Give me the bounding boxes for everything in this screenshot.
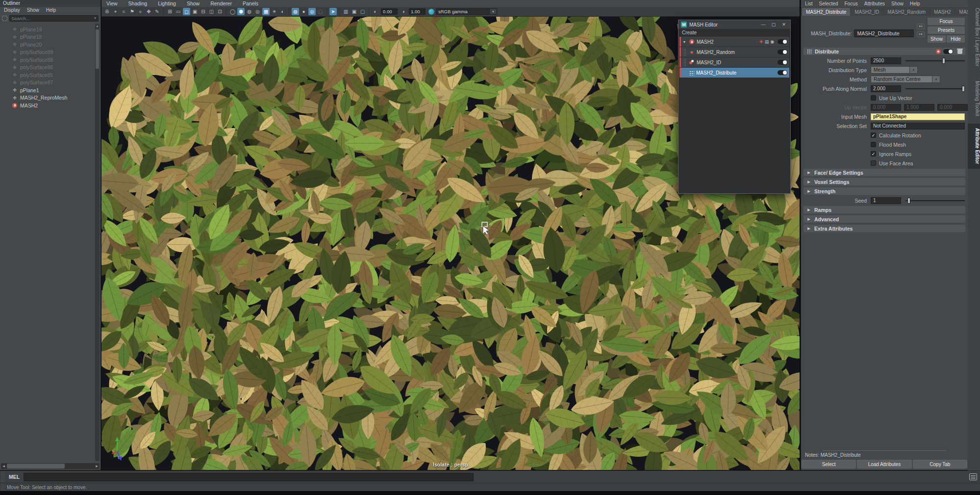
mash-node-row[interactable]: ★ MASH2_Random (679, 47, 789, 57)
strength-section[interactable]: ▶ Strength (804, 187, 965, 195)
ssao-icon[interactable]: ◍ (292, 8, 299, 15)
push-along-normal-field[interactable]: 2.000 (871, 85, 901, 92)
tab-mash2[interactable]: MASH2 (930, 8, 955, 16)
advanced-section[interactable]: ▶ Advanced (804, 215, 965, 223)
push-along-normal-slider[interactable] (905, 88, 965, 89)
dropdown-arrow-icon[interactable]: ▼ (910, 66, 918, 74)
exposure-icon[interactable]: ◐ (372, 8, 379, 15)
bookmarks-icon[interactable]: ⚑ (128, 8, 136, 15)
add-node-icon[interactable]: ✚ (759, 39, 763, 44)
presets-button[interactable]: Presets (928, 26, 965, 34)
drag-grip-icon[interactable] (683, 59, 687, 66)
open-node-icon[interactable]: ↦ (917, 31, 925, 37)
tab-mash2-distribute[interactable]: MASH2_Distribute (802, 8, 850, 16)
isolate-select-icon[interactable]: ➤ (329, 8, 337, 15)
safe-action-icon[interactable]: ◫ (208, 8, 215, 15)
select-camera-icon[interactable]: ✇ (103, 8, 111, 15)
mel-command-input[interactable] (24, 473, 474, 481)
outliner-item[interactable]: ❖polySurface85 (12, 71, 101, 79)
dropdown-arrow-icon[interactable]: ▼ (932, 76, 940, 83)
mash-editor-window[interactable]: M MASH Editor — ▢ ✕ Create ▼ MASH2 ✚ ▤ ◉… (678, 20, 791, 194)
notes-icon[interactable]: ▤ (765, 39, 769, 44)
tab-mash2-random[interactable]: MASH2_Random (883, 8, 930, 16)
sidebar-tab-modeling-toolkit[interactable]: Modeling Toolkit (968, 77, 980, 121)
extra-attributes-section[interactable]: ▶ Extra Attributes (804, 225, 965, 232)
outliner-item[interactable]: ❖pPlane19 (12, 26, 101, 33)
menu-lighting[interactable]: Lighting (158, 0, 176, 6)
menu-show[interactable]: Show (27, 7, 39, 13)
node-enabled-toggle[interactable] (778, 39, 787, 44)
menu-renderer[interactable]: Renderer (210, 0, 232, 6)
outliner-item[interactable]: ❖pPlane1 (12, 86, 101, 94)
up-vector-z-field[interactable]: 0.000 (937, 104, 968, 111)
face-edge-settings-section[interactable]: ▶ Face/ Edge Settings (804, 169, 965, 176)
colorspace-dropdown-arrow-icon[interactable]: ▼ (490, 8, 497, 15)
mash-node-row[interactable]: ▼ MASH2 ✚ ▤ ◉ (679, 37, 789, 47)
search-field[interactable]: ▼ (9, 15, 99, 22)
outliner-item[interactable]: ❖polySurface89 (12, 49, 101, 56)
resolution-gate-icon[interactable]: ◻ (183, 8, 190, 15)
expand-icon[interactable]: ▼ (682, 40, 687, 44)
contrast-icon[interactable]: ◑ (400, 8, 407, 15)
outliner-item[interactable]: ❖polySurface87 (12, 79, 101, 87)
menu-show[interactable]: Show (187, 0, 200, 6)
mash-editor-titlebar[interactable]: M MASH Editor — ▢ ✕ (678, 20, 790, 29)
number-of-points-slider[interactable] (905, 60, 965, 61)
scroll-right-icon[interactable]: ▶ (94, 463, 100, 469)
number-of-points-field[interactable]: 2500 (871, 57, 901, 64)
mash-node-row-selected[interactable]: MASH2_Distribute (679, 68, 789, 78)
menu-selected[interactable]: Selected (819, 1, 838, 6)
focus-button[interactable]: Focus (928, 18, 965, 25)
shadows-icon[interactable]: ◐ (279, 8, 286, 15)
default-material-icon[interactable]: ◎ (254, 8, 261, 15)
menu-display[interactable]: Display (4, 7, 20, 13)
maximize-icon[interactable]: ▢ (770, 22, 778, 27)
filter-icon[interactable] (2, 16, 7, 21)
selection-set-field[interactable]: Not Connected (871, 123, 965, 130)
menu-help[interactable]: Help (910, 1, 920, 6)
safe-title-icon[interactable]: ⊡ (216, 8, 224, 15)
node-enabled-toggle[interactable] (778, 60, 787, 65)
distribution-type-dropdown[interactable]: Mesh (871, 66, 910, 74)
menu-show[interactable]: Show (891, 1, 904, 6)
grid-icon[interactable]: ⊞ (166, 8, 174, 15)
field-chart-icon[interactable]: ⊟ (200, 8, 207, 15)
color-management-icon[interactable] (428, 9, 434, 15)
colorspace-dropdown[interactable]: sRGB gamma (436, 8, 490, 15)
camera-attributes-icon[interactable]: ⌗ (120, 8, 127, 15)
slider-thumb[interactable] (962, 86, 965, 92)
selection-highlight-icon[interactable]: ▢ (359, 8, 366, 15)
exposure-field[interactable]: 0.00 (381, 8, 398, 15)
command-result-area[interactable] (477, 473, 966, 481)
outliner-item[interactable]: ❖pPlane18 (12, 33, 101, 41)
minimize-icon[interactable]: — (759, 22, 767, 27)
joints-xray-icon[interactable]: ▣ (351, 8, 358, 15)
slider-thumb[interactable] (942, 58, 945, 64)
search-dropdown-icon[interactable]: ▼ (94, 17, 97, 20)
node-enabled-toggle[interactable] (778, 70, 787, 75)
hide-button[interactable]: Hide (947, 35, 965, 43)
menu-shading[interactable]: Shading (128, 0, 148, 6)
wireframe-icon[interactable]: ◯ (229, 8, 236, 15)
lighting-icon[interactable]: ☀ (271, 8, 278, 15)
up-vector-y-field[interactable]: 1.000 (904, 104, 934, 111)
slider-thumb[interactable] (907, 198, 910, 204)
close-icon[interactable]: ✕ (780, 22, 788, 27)
menu-list[interactable]: List (805, 1, 813, 6)
outliner-item[interactable]: ❖MASH2_ReproMesh (12, 94, 101, 102)
drag-grip-icon[interactable] (683, 49, 687, 55)
wireframe-on-shaded-icon[interactable]: ◍ (246, 8, 253, 15)
mash-node-row[interactable]: MASH2_ID (679, 57, 789, 67)
tab-mash2-id[interactable]: MASH2_ID (851, 8, 883, 16)
scrollbar-thumb[interactable] (7, 464, 65, 469)
menu-help[interactable]: Help (46, 7, 56, 13)
outliner-horizontal-scrollbar[interactable]: ◀ ▶ (1, 463, 100, 469)
outliner-item[interactable]: MASH2 (12, 102, 101, 109)
ramps-section[interactable]: ▶ Ramps (804, 206, 965, 213)
script-editor-icon[interactable] (969, 473, 977, 480)
distribute-section-header[interactable]: Distribute (804, 48, 965, 55)
menu-attributes[interactable]: Attributes (864, 1, 885, 6)
smooth-shade-icon[interactable]: ⬢ (237, 8, 245, 15)
node-name-field[interactable]: MASH2_Distribute (854, 29, 914, 37)
copy-tab-button[interactable]: Copy Tab (913, 460, 967, 469)
